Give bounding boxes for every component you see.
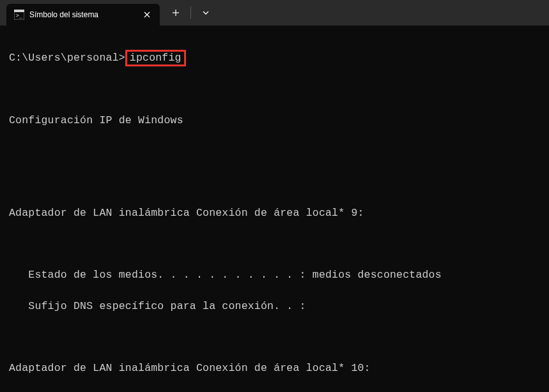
new-tab-button[interactable] <box>165 2 187 24</box>
command-highlight: ipconfig <box>125 50 186 66</box>
title-bar: >_ Símbolo del sistema <box>0 0 549 26</box>
terminal-output[interactable]: C:\Users\personal>ipconfig Configuración… <box>0 26 549 392</box>
adapter-line: Sufijo DNS específico para la conexión. … <box>9 299 540 314</box>
prompt-text: C:\Users\personal> <box>9 52 125 64</box>
adapter-line: Estado de los medios. . . . . . . . . . … <box>9 268 540 283</box>
tab-title: Símbolo del sistema <box>29 10 141 19</box>
adapter-title: Adaptador de LAN inalámbrica Conexión de… <box>9 361 540 376</box>
title-bar-actions <box>165 2 217 24</box>
cmd-icon: >_ <box>14 10 24 20</box>
blank-line <box>9 175 540 190</box>
svg-text:>_: >_ <box>16 13 22 19</box>
blank-line <box>9 82 540 97</box>
close-icon[interactable] <box>141 8 153 21</box>
tab-active[interactable]: >_ Símbolo del sistema <box>6 4 160 26</box>
blank-line <box>9 144 540 159</box>
svg-rect-1 <box>14 10 24 12</box>
tab-dropdown-button[interactable] <box>195 2 217 24</box>
prompt-line: C:\Users\personal>ipconfig <box>9 50 540 66</box>
divider <box>190 6 191 19</box>
blank-line <box>9 237 540 252</box>
adapter-title: Adaptador de LAN inalámbrica Conexión de… <box>9 206 540 221</box>
config-header: Configuración IP de Windows <box>9 113 540 128</box>
blank-line <box>9 329 540 345</box>
